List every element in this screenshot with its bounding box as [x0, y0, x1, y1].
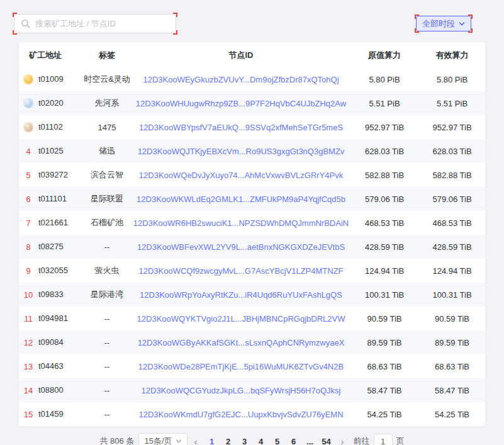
corner-mark: [13, 13, 17, 17]
miner-address-cell: t02020: [19, 91, 82, 115]
raw-power-value: 54.25 TiB: [350, 402, 419, 426]
miner-address-cell: t01009: [19, 67, 82, 91]
search-input[interactable]: [35, 19, 169, 28]
node-id-link[interactable]: 12D3KooWBYpsfV7aEUkQ...9SSVq2xfMehSeTGr5…: [139, 123, 343, 132]
page-ellipsis-button[interactable]: ...: [303, 433, 318, 445]
node-id-link[interactable]: 12D3KooWR6HB2swuciK1...NPZSDWhDMQJmmNrBD…: [133, 218, 349, 228]
node-id-link[interactable]: 12D3KooWHUugwRhzp9ZB...9P7F2HqVbC4UJbZHq…: [136, 99, 346, 108]
page-number-button[interactable]: 54: [319, 433, 334, 445]
corner-mark: [468, 28, 473, 33]
node-id-cell: 12D3KooWR6HB2swuciK1...NPZSDWhDMQJmmNrBD…: [132, 211, 350, 235]
raw-power-value: 89.59 TiB: [350, 330, 419, 354]
miner-address-cell: 12t09084: [19, 330, 82, 354]
table-row: 9t032055萤火虫12D3KooWCQf9zwcgyMvL...G7AscY…: [19, 259, 485, 283]
miner-address[interactable]: t01025: [38, 146, 64, 155]
rank-number: 8: [26, 242, 30, 252]
raw-power-value: 628.03 TiB: [350, 139, 419, 163]
node-id-cell: 12D3KooWRpYoAxyRtKZu...iR4Uqd6RuYUxFAshL…: [132, 283, 350, 307]
miner-address[interactable]: t04463: [38, 361, 64, 371]
miner-label: --: [82, 307, 132, 330]
prev-page-button[interactable]: ‹: [192, 436, 200, 445]
rank-indicator: 15: [21, 410, 35, 419]
page-list: 123456...54: [204, 433, 334, 445]
raw-power-value: 582.88 TiB: [350, 163, 419, 187]
page-number-button[interactable]: 3: [237, 433, 252, 445]
node-id-link[interactable]: 12D3KooWKWLdEq2GMLK1...ZMFUkPM9aP4YqjfCq…: [137, 194, 345, 204]
node-id-cell: 12D3KooWKmdU7gfG2EJC...UupxKbvjvSdvZU76y…: [132, 402, 350, 426]
node-id-link[interactable]: 12D3KooWQeDvJyXuyo74...AhMcVxwvBVLzGRrY4…: [139, 171, 343, 180]
table-row: 10t09833星际港湾12D3KooWRpYoAxyRtKZu...iR4Uq…: [19, 283, 485, 307]
raw-power-value: 100.31 TiB: [350, 283, 419, 307]
page-number-button[interactable]: 4: [254, 433, 269, 445]
node-id-link[interactable]: 12D3KooWQJTKjyEBXcVm...Ro9US3gxgGt3nQ3gB…: [138, 147, 345, 156]
miner-address[interactable]: t032055: [38, 266, 68, 275]
page-number-button[interactable]: 5: [270, 433, 285, 445]
page-number-button[interactable]: 1: [204, 433, 220, 445]
miner-address[interactable]: t094981: [38, 313, 68, 323]
node-id-cell: 12D3KooWQCGYudzJkpLG...bqSFyWrsjH56H7oQJ…: [132, 378, 350, 402]
page-size-select[interactable]: 15条/页: [138, 433, 187, 445]
node-id-link[interactable]: 12D3KooWCQf9zwcgyMvL...G7AscYBcjV1LZP4MT…: [138, 266, 343, 276]
node-id-link[interactable]: 12D3KooWKmdU7gfG2EJC...UupxKbvjvSdvZU76y…: [138, 410, 343, 419]
node-id-link[interactable]: 12D3KooWEyGkuzbZVUvY...Dm9ojZfbzDr87xQTo…: [143, 75, 339, 84]
rank-indicator: 10: [21, 290, 35, 300]
chevron-down-icon: [176, 438, 182, 444]
effective-power-value: 90.59 TiB: [419, 307, 485, 330]
rank-indicator: 12: [21, 338, 35, 347]
node-id-link[interactable]: 12D3KooWBFevXWL2YV9L...aetBnxNGKGXDZeJEV…: [137, 242, 345, 252]
node-id-link[interactable]: 12D3KooWQYKTVgio2J1L...JBHjMBNCpRGqjbDRL…: [137, 314, 345, 324]
table-row: t01102147512D3KooWBYpsfV7aEUkQ...9SSVq2x…: [19, 115, 485, 139]
search-box: [14, 14, 176, 33]
miner-address[interactable]: t09084: [38, 337, 64, 347]
table-row: t01009时空云&灵动12D3KooWEyGkuzbZVUvY...Dm9oj…: [19, 67, 485, 91]
bronze-medal-icon: [23, 122, 33, 132]
miner-address[interactable]: t08800: [38, 385, 64, 395]
total-count-label: 共 806 条: [100, 436, 135, 445]
effective-power-value: 54.25 TiB: [419, 402, 485, 426]
effective-power-value: 58.47 TiB: [419, 378, 485, 402]
corner-mark: [173, 30, 177, 35]
miner-address-cell: 7t021661: [19, 211, 82, 235]
raw-power-value: 58.47 TiB: [350, 378, 419, 402]
miner-address[interactable]: t021661: [38, 218, 68, 227]
raw-power-value: 579.06 TiB: [350, 187, 419, 211]
node-id-link[interactable]: 12D3KooWGByAKKafSGKt...sLsxnQAphCNRymzwy…: [138, 338, 345, 347]
miner-address[interactable]: t01459: [38, 409, 64, 419]
table-row: 6t011101星际联盟12D3KooWKWLdEq2GMLK1...ZMFUk…: [19, 187, 485, 211]
rank-indicator: 5: [21, 171, 35, 180]
page-root: 全部时段 矿工地址 标签 节点ID 原值算力 有效算力 t01009时空云&灵动…: [0, 0, 504, 445]
rank-number: 9: [26, 266, 30, 276]
gold-medal-icon: [23, 74, 33, 84]
effective-power-value: 468.53 TiB: [419, 211, 485, 235]
miner-address[interactable]: t02020: [38, 98, 64, 108]
miner-address[interactable]: t01009: [38, 74, 64, 84]
miner-label: 滨合云智: [82, 163, 132, 187]
goto-prefix-label: 前往: [354, 436, 370, 445]
goto-page-input[interactable]: [374, 434, 393, 445]
node-id-cell: 12D3KooWBYpsfV7aEUkQ...9SSVq2xfMehSeTGr5…: [132, 115, 350, 139]
node-id-cell: 12D3KooWQeDvJyXuyo74...AhMcVxwvBVLzGRrY4…: [132, 163, 350, 187]
rank-number: 6: [26, 194, 30, 204]
page-number-button[interactable]: 2: [221, 433, 236, 445]
column-header-node-id: 节点ID: [132, 43, 350, 67]
miner-address[interactable]: t08275: [38, 242, 64, 251]
miner-address[interactable]: t011101: [38, 194, 67, 203]
node-id-cell: 12D3KooWCQf9zwcgyMvL...G7AscYBcjV1LZP4MT…: [132, 259, 350, 283]
time-range-filter-button[interactable]: 全部时段: [416, 16, 471, 31]
chevron-down-icon: [459, 21, 465, 27]
miner-address[interactable]: t01102: [38, 122, 63, 132]
miner-address[interactable]: t09833: [38, 290, 64, 299]
node-id-link[interactable]: 12D3KooWQCGYudzJkpLG...bqSFyWrsjH56H7oQJ…: [142, 386, 341, 395]
page-number-button[interactable]: 6: [286, 433, 301, 445]
miner-address-cell: 10t09833: [19, 283, 82, 307]
rank-indicator: [21, 74, 35, 84]
rank-number: 4: [26, 147, 30, 156]
effective-power-value: 582.88 TiB: [419, 163, 485, 187]
rank-number: 13: [24, 362, 33, 371]
node-id-link[interactable]: 12D3KooWDe28PEmTjKjE...5pi16WuMUK6ZTvGv4…: [138, 362, 344, 371]
miner-address[interactable]: t039272: [38, 170, 68, 179]
next-page-button[interactable]: ›: [339, 436, 347, 445]
node-id-cell: 12D3KooWBFevXWL2YV9L...aetBnxNGKGXDZeJEV…: [132, 235, 350, 259]
effective-power-value: 100.31 TiB: [419, 283, 485, 307]
node-id-link[interactable]: 12D3KooWRpYoAxyRtKZu...iR4Uqd6RuYUxFAshL…: [140, 290, 342, 300]
